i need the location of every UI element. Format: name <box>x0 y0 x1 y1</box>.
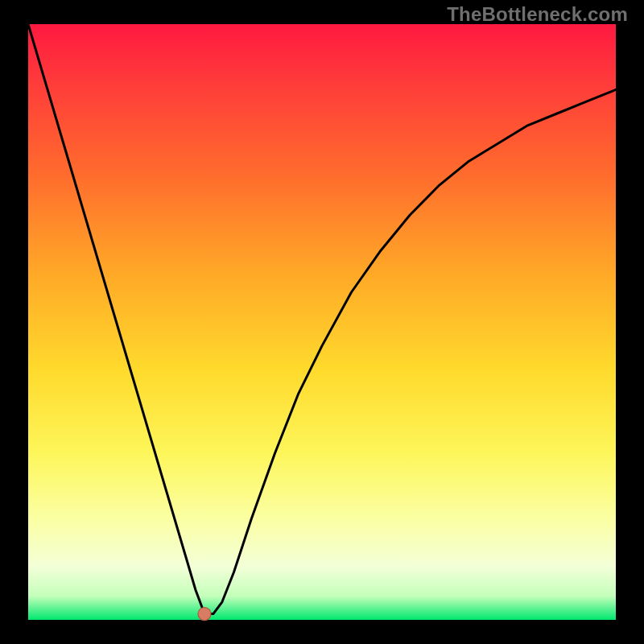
bottleneck-curve <box>28 24 616 614</box>
chart-overlay <box>0 0 644 644</box>
optimal-point-marker <box>198 608 211 621</box>
chart-container: TheBottleneck.com <box>0 0 644 644</box>
